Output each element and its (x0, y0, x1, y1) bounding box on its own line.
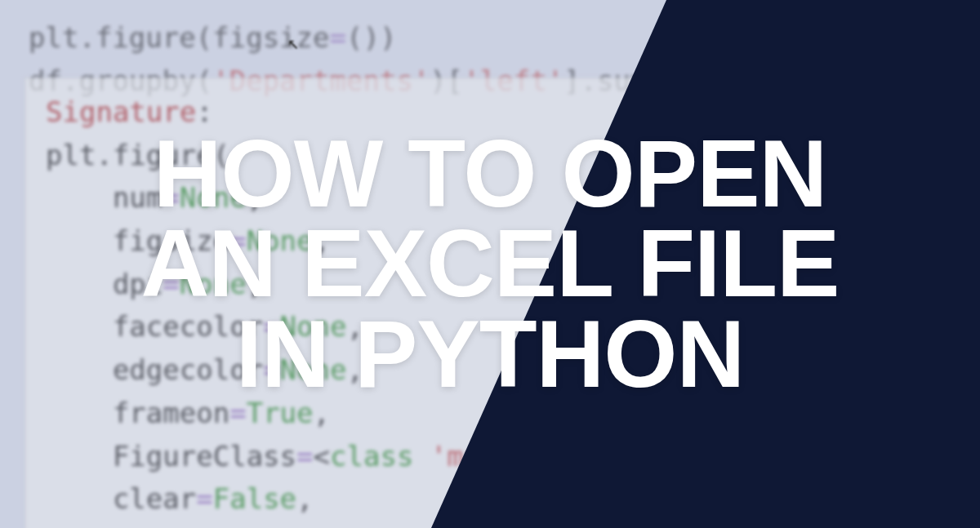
title-overlay: HOW TO OPEN AN EXCEL FILE IN PYTHON (0, 0, 980, 528)
title-line-1: HOW TO OPEN (154, 129, 827, 219)
title-line-2: AN EXCEL FILE (141, 219, 840, 308)
title-line-3: IN PYTHON (236, 309, 745, 399)
